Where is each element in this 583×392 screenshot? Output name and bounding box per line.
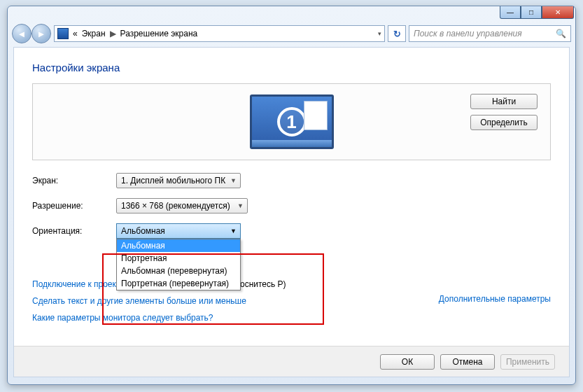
orientation-label: Ориентация: [32,226,116,236]
ok-button[interactable]: ОК [380,354,435,370]
orientation-select[interactable]: Альбомная ▼ [116,223,241,239]
chevron-down-icon: ▼ [230,177,237,184]
content-pane: Настройки экрана 1 Найти Определить Экра… [13,47,570,377]
advanced-settings-link[interactable]: Дополнительные параметры [439,294,551,304]
orientation-dropdown: Альбомная Портретная Альбомная (переверн… [116,239,241,290]
refresh-button[interactable]: ↻ [388,25,406,42]
close-button[interactable]: ✕ [542,6,574,19]
cancel-button[interactable]: Отмена [440,354,495,370]
identify-button[interactable]: Определить [470,115,538,130]
back-button[interactable]: ◄ [12,24,31,43]
control-panel-icon [57,28,69,39]
window-frame: — □ ✕ ◄ ► « Экран ▶ Разрешение экрана ▾ … [7,6,576,385]
resolution-select[interactable]: 1366 × 768 (рекомендуется) ▼ [116,198,248,214]
monitor-preview-area: 1 Найти Определить [32,83,551,160]
display-label: Экран: [32,176,116,186]
toolbar: ◄ ► « Экран ▶ Разрешение экрана ▾ ↻ Поис… [8,22,575,46]
address-bar[interactable]: « Экран ▶ Разрешение экрана ▾ [54,25,385,42]
breadcrumb-item[interactable]: Экран [82,29,106,38]
monitor-thumbnail[interactable]: 1 [250,94,334,149]
minimize-button[interactable]: — [500,6,521,19]
dialog-footer: ОК Отмена Применить [14,346,569,377]
breadcrumb-prefix: « [73,29,78,38]
which-monitor-link[interactable]: Какие параметры монитора следует выбрать… [32,313,551,323]
orientation-value: Альбомная [121,226,165,236]
chevron-down-icon: ▼ [237,202,244,209]
display-select[interactable]: 1. Дисплей мобильного ПК ▼ [116,173,241,188]
detect-button[interactable]: Найти [470,94,538,109]
address-dropdown-icon[interactable]: ▾ [378,30,381,37]
chevron-down-icon: ▼ [230,227,237,234]
breadcrumb-separator: ▶ [110,29,116,38]
window-preview-icon [304,101,328,130]
orientation-option[interactable]: Альбомная (перевернутая) [117,265,240,277]
orientation-option[interactable]: Альбомная [117,239,240,252]
resolution-label: Разрешение: [32,201,116,211]
breadcrumb-item[interactable]: Разрешение экрана [120,29,198,38]
projector-link[interactable]: Подключение к проек тору (или нажмите кл… [32,279,551,289]
search-input[interactable]: Поиск в панели управления 🔍 [409,25,571,42]
titlebar: — □ ✕ [8,6,575,22]
orientation-option[interactable]: Портретная [117,252,240,265]
display-value: 1. Дисплей мобильного ПК [121,176,225,186]
maximize-button[interactable]: □ [521,6,542,19]
projector-link-text: Подключение к проек [32,279,116,289]
search-icon: 🔍 [556,29,566,38]
orientation-row: Ориентация: Альбомная ▼ Альбомная Портре… [32,223,551,239]
forward-button[interactable]: ► [31,24,51,43]
apply-button[interactable]: Применить [500,354,555,370]
resolution-value: 1366 × 768 (рекомендуется) [121,201,230,211]
monitor-number-badge: 1 [277,107,307,136]
orientation-option[interactable]: Портретная (перевернутая) [117,277,240,290]
search-placeholder: Поиск в панели управления [414,29,522,38]
page-title: Настройки экрана [32,62,551,74]
taskbar-preview [252,140,332,147]
